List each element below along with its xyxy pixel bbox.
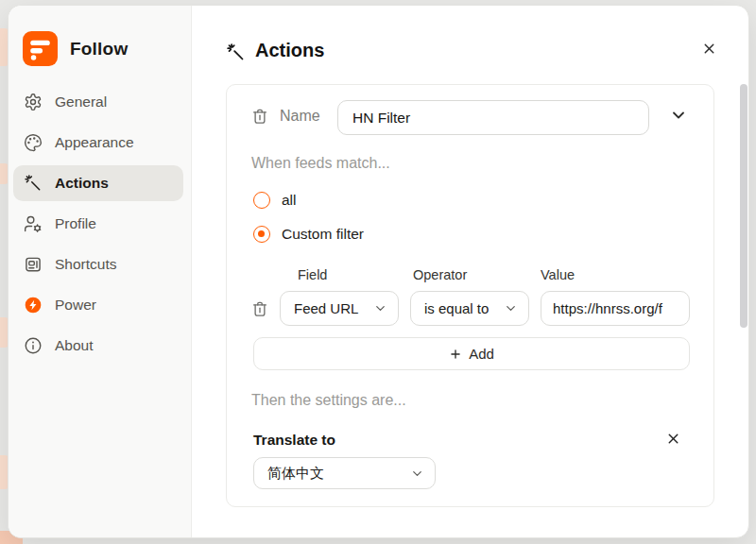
chevron-down-icon (504, 301, 518, 315)
page-title: Actions (255, 40, 324, 61)
sidebar-item-label: About (55, 337, 94, 354)
trash-icon (251, 300, 268, 317)
translate-to-label: Translate to (253, 432, 335, 449)
info-icon (24, 336, 43, 355)
chevron-down-icon (410, 467, 424, 481)
match-option-all[interactable]: all (253, 192, 297, 209)
delete-filter-row-button[interactable] (251, 300, 268, 317)
delete-action-button[interactable] (251, 108, 268, 125)
follow-logo-icon (23, 31, 58, 66)
sidebar-item-label: Power (55, 297, 96, 314)
sidebar-item-general[interactable]: General (13, 84, 183, 120)
sidebar-item-label: General (55, 94, 107, 110)
radio-label: Custom filter (282, 226, 364, 243)
settings-sidebar: Follow General Appearance Actions Profil (9, 6, 192, 537)
keyboard-icon (24, 255, 43, 274)
sidebar-item-appearance[interactable]: Appearance (13, 125, 183, 161)
then-settings-heading: Then the settings are... (251, 392, 406, 409)
radio-selected-icon (253, 226, 270, 243)
sidebar-item-profile[interactable]: Profile (13, 206, 183, 242)
gear-icon (24, 93, 43, 111)
add-filter-row-button[interactable]: Add (253, 337, 690, 370)
sidebar-item-power[interactable]: Power (13, 287, 183, 323)
settings-modal: Follow General Appearance Actions Profil (8, 5, 749, 538)
scrollbar-thumb[interactable] (740, 84, 747, 328)
field-select-value: Feed URL (294, 300, 358, 316)
close-modal-button[interactable] (697, 37, 720, 60)
user-gear-icon (24, 214, 43, 233)
sidebar-item-shortcuts[interactable]: Shortcuts (13, 246, 183, 282)
field-select[interactable]: Feed URL (280, 291, 399, 326)
name-label: Name (280, 108, 320, 125)
brand-name: Follow (70, 39, 128, 60)
sidebar-item-actions[interactable]: Actions (13, 165, 183, 201)
add-button-label: Add (469, 346, 494, 362)
chevron-down-icon (669, 106, 688, 125)
operator-select[interactable]: is equal to (410, 291, 529, 326)
wand-sparkle-icon (24, 174, 43, 193)
trash-icon (251, 108, 268, 125)
wand-sparkle-icon (226, 42, 246, 62)
collapse-rule-button[interactable] (669, 106, 688, 125)
x-icon (665, 431, 681, 447)
chevron-down-icon (373, 301, 387, 315)
translate-language-select[interactable]: 简体中文 (253, 457, 436, 489)
action-rule-card: Name When feeds match... all Custom filt… (226, 84, 714, 507)
radio-unselected-icon (253, 192, 270, 209)
x-icon (701, 41, 717, 57)
column-header-operator: Operator (413, 267, 467, 282)
power-bolt-icon (24, 296, 43, 314)
sidebar-item-label: Profile (55, 215, 96, 232)
radio-label: all (282, 192, 297, 209)
sidebar-item-label: Appearance (55, 134, 134, 151)
plus-icon (449, 348, 462, 361)
palette-icon (24, 133, 43, 152)
operator-select-value: is equal to (424, 300, 489, 316)
value-input[interactable] (541, 291, 690, 326)
when-feeds-match-heading: When feeds match... (251, 155, 390, 172)
translate-language-value: 简体中文 (267, 465, 324, 483)
remove-setting-button[interactable] (665, 431, 681, 447)
name-input[interactable] (337, 100, 649, 135)
column-header-value: Value (541, 267, 575, 282)
column-header-field: Field (298, 267, 327, 282)
sidebar-item-label: Shortcuts (55, 256, 116, 273)
brand: Follow (23, 31, 128, 66)
sidebar-item-about[interactable]: About (13, 328, 183, 364)
sidebar-item-label: Actions (55, 175, 109, 192)
match-option-custom-filter[interactable]: Custom filter (253, 226, 364, 243)
